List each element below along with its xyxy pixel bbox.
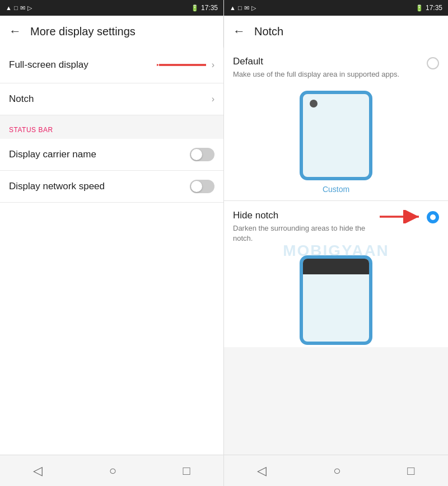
right-home-nav-icon[interactable]: ○ [333, 464, 340, 478]
custom-label-text: Custom [323, 185, 349, 194]
hide-notch-radio[interactable] [427, 211, 439, 223]
right-play-icon: ▷ [251, 4, 256, 12]
left-nav-bar: ◁ ○ □ [0, 455, 223, 486]
left-home-nav-icon[interactable]: ○ [109, 464, 116, 478]
right-back-button[interactable]: ← [233, 24, 245, 39]
network-speed-toggle[interactable] [190, 180, 214, 193]
carrier-name-item: Display carrier name [0, 139, 223, 171]
default-phone-preview [224, 84, 448, 183]
right-recent-nav-icon[interactable]: □ [407, 464, 414, 478]
red-arrow-left-icon [157, 57, 207, 73]
default-option-title: Default [233, 56, 427, 67]
notch-label: Notch [9, 94, 34, 105]
default-radio[interactable] [427, 57, 439, 69]
right-top-bar: ← Notch [224, 16, 448, 47]
right-status-icons: ▲ □ ✉ ▷ [230, 4, 256, 12]
notch-item[interactable]: Notch › [0, 83, 223, 115]
default-option-text: Default Make use of the full display are… [233, 56, 427, 80]
right-wifi-icon: □ [238, 4, 242, 11]
custom-label: Custom [224, 183, 448, 200]
right-status-bar: ▲ □ ✉ ▷ 🔋 17:35 [224, 0, 448, 16]
left-back-button[interactable]: ← [9, 24, 21, 39]
left-page-title: More display settings [30, 25, 136, 38]
right-signal-icon: ▲ [230, 4, 236, 11]
right-content: MOBIGYAAN Default Make use of the full d… [224, 47, 448, 455]
left-top-bar: ← More display settings [0, 16, 223, 47]
notch-chevron-icon: › [212, 94, 214, 104]
fullscreen-display-item[interactable]: Full-screen display › [0, 47, 223, 83]
play-icon: ▷ [27, 4, 32, 12]
left-recent-nav-icon[interactable]: □ [183, 464, 190, 478]
left-panel: ▲ □ ✉ ▷ 🔋 17:35 ← More display settings … [0, 0, 224, 486]
hide-notch-phone-frame [300, 255, 372, 345]
hide-notch-phone-preview [224, 249, 448, 347]
hide-notch-option-title: Hide notch [233, 210, 379, 221]
right-time: 17:35 [426, 4, 442, 12]
carrier-name-label: Display carrier name [9, 149, 96, 160]
default-option-desc: Make use of the full display area in sup… [233, 69, 427, 80]
left-back-nav-icon[interactable]: ◁ [33, 464, 43, 478]
status-bar-section: STATUS BAR [0, 115, 223, 139]
fullscreen-chevron-icon: › [212, 60, 214, 70]
hide-notch-option-desc: Darken the surrounding areas to hide the… [233, 223, 379, 244]
right-battery-icon: 🔋 [416, 4, 423, 12]
red-arrow-right-icon [379, 210, 423, 223]
right-mail-icon: ✉ [244, 4, 249, 12]
default-phone-frame [300, 91, 372, 180]
mail-icon: ✉ [20, 4, 25, 12]
hide-notch-option[interactable]: Hide notch Darken the surrounding areas … [224, 201, 448, 248]
left-time: 17:35 [201, 4, 218, 12]
network-speed-item: Display network speed [0, 171, 223, 203]
wifi-icon: □ [14, 4, 18, 11]
left-status-icons: ▲ □ ✉ ▷ [6, 4, 32, 12]
notch-dot-icon [310, 100, 318, 108]
left-status-bar: ▲ □ ✉ ▷ 🔋 17:35 [0, 0, 223, 16]
right-settings-list: Default Make use of the full display are… [224, 47, 448, 347]
left-battery-icon: 🔋 [191, 4, 199, 12]
fullscreen-display-label: Full-screen display [9, 59, 88, 71]
default-option[interactable]: Default Make use of the full display are… [224, 47, 448, 84]
left-settings-list: Full-screen display › Notch › [0, 47, 223, 455]
signal-icon: ▲ [6, 4, 12, 11]
dark-bar [303, 259, 369, 274]
status-bar-header-label: STATUS BAR [9, 126, 53, 134]
right-page-title: Notch [254, 25, 283, 38]
right-back-nav-icon[interactable]: ◁ [257, 464, 267, 478]
right-nav-bar: ◁ ○ □ [224, 455, 448, 486]
carrier-name-toggle[interactable] [190, 148, 214, 161]
hide-notch-option-text: Hide notch Darken the surrounding areas … [233, 210, 379, 244]
network-speed-label: Display network speed [9, 181, 105, 192]
right-panel: ▲ □ ✉ ▷ 🔋 17:35 ← Notch MOBIGYAAN Defaul… [224, 0, 448, 486]
